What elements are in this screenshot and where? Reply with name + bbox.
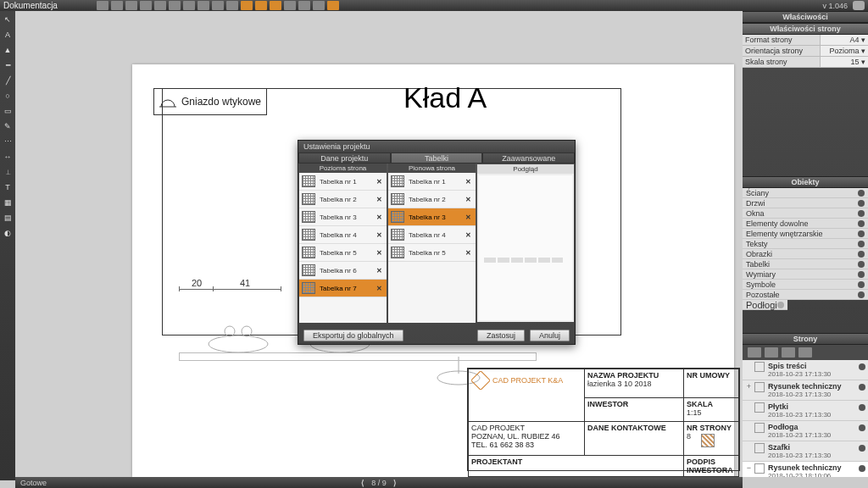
visibility-icon[interactable] (858, 210, 865, 217)
visibility-icon[interactable] (858, 291, 865, 298)
table-row[interactable]: Tabelka nr 1✕ (299, 173, 387, 191)
toolbar-icon[interactable] (255, 1, 267, 10)
cancel-button[interactable]: Anuluj (530, 330, 570, 341)
visibility-icon[interactable] (858, 220, 865, 227)
object-row[interactable]: Okna (743, 208, 868, 219)
object-row[interactable]: Symbole (743, 280, 868, 290)
toolbar-icon[interactable] (140, 1, 152, 10)
remove-icon[interactable]: ✕ (375, 231, 384, 239)
object-row[interactable]: Elementy dowolne (743, 219, 868, 229)
page-row[interactable]: +Rysunek techniczny2018-10-23 17:13:30 (743, 380, 868, 401)
toolbar-icon[interactable] (241, 1, 253, 10)
visibility-icon[interactable] (858, 251, 865, 258)
tab-tabelki[interactable]: Tabelki (391, 152, 483, 164)
toolbar-icon[interactable] (125, 1, 137, 10)
page-row[interactable]: Szafki2018-10-23 17:13:30 (743, 441, 868, 462)
pages-tool-icon[interactable] (748, 347, 761, 358)
visibility-icon[interactable] (858, 200, 865, 207)
table-row[interactable]: Tabelka nr 1✕ (388, 173, 476, 191)
visibility-icon[interactable] (858, 281, 865, 288)
remove-icon[interactable]: ✕ (375, 196, 384, 203)
toolbar-icon[interactable] (327, 1, 339, 10)
visibility-icon[interactable] (859, 404, 865, 411)
remove-icon[interactable]: ✕ (464, 196, 473, 203)
toolbar-icon[interactable] (97, 1, 108, 10)
tool-icon[interactable]: ⟂ (3, 167, 13, 177)
visibility-icon[interactable] (858, 190, 865, 197)
toolbar-icon[interactable] (298, 1, 310, 10)
tool-icon[interactable]: ━ (3, 60, 13, 70)
visibility-icon[interactable] (859, 384, 865, 391)
remove-icon[interactable]: ✕ (375, 214, 384, 221)
next-page-icon[interactable]: ⟩ (393, 479, 397, 487)
tool-dim-icon[interactable]: ↔ (3, 152, 13, 162)
object-row[interactable]: Ściany (743, 188, 868, 198)
tool-icon[interactable]: ⋯ (3, 136, 13, 147)
visibility-icon[interactable] (859, 363, 865, 370)
pages-tool-icon[interactable] (798, 347, 812, 358)
toolbar-icon[interactable] (154, 1, 166, 10)
tab-zaawansowane[interactable]: Zaawansowane (482, 152, 575, 164)
remove-icon[interactable]: ✕ (464, 214, 473, 221)
object-row[interactable]: Podłogi (743, 300, 787, 310)
tool-text-icon[interactable]: T (3, 182, 13, 192)
object-row[interactable]: Obrazki (743, 249, 868, 259)
table-row[interactable]: Tabelka nr 4✕ (299, 226, 387, 244)
toolbar-icon[interactable] (284, 1, 296, 10)
export-button[interactable]: Eksportuj do globalnych (303, 330, 403, 341)
remove-icon[interactable]: ✕ (375, 267, 384, 274)
toolbar-icon[interactable] (183, 1, 195, 10)
object-row[interactable]: Pozostałe (743, 290, 868, 300)
table-row[interactable]: Tabelka nr 2✕ (299, 191, 387, 208)
object-row[interactable]: Teksty (743, 239, 868, 249)
toolbar-icon[interactable] (111, 1, 123, 10)
table-row[interactable]: Tabelka nr 3✕ (299, 208, 387, 226)
tool-line-icon[interactable]: ╱ (3, 75, 13, 86)
tables-list-right[interactable]: Tabelka nr 1✕Tabelka nr 2✕Tabelka nr 3✕T… (388, 173, 476, 323)
property-row[interactable]: Orientacja stronyPozioma ▾ (743, 46, 868, 57)
table-row[interactable]: Tabelka nr 7✕ (299, 280, 387, 297)
visibility-icon[interactable] (859, 465, 865, 472)
remove-icon[interactable]: ✕ (464, 178, 473, 186)
tool-line-icon[interactable]: ▲ (3, 45, 13, 55)
object-row[interactable]: Elementy wnętrzarskie (743, 229, 868, 239)
remove-icon[interactable]: ✕ (464, 249, 473, 257)
tool-grid-icon[interactable]: ▤ (3, 213, 13, 223)
table-row[interactable]: Tabelka nr 2✕ (388, 191, 476, 208)
property-row[interactable]: Skala strony15 ▾ (743, 57, 868, 68)
close-icon[interactable] (853, 1, 865, 10)
page-row[interactable]: Spis treści2018-10-23 17:13:30 (743, 360, 868, 380)
pages-list[interactable]: Spis treści2018-10-23 17:13:30+Rysunek t… (743, 360, 868, 477)
table-edit-icon[interactable] (701, 434, 715, 447)
remove-icon[interactable]: ✕ (375, 249, 384, 257)
tool-circle-icon[interactable]: ○ (3, 91, 13, 101)
visibility-icon[interactable] (858, 261, 865, 268)
toolbar-icon[interactable] (212, 1, 224, 10)
tool-icon[interactable]: ◐ (3, 228, 13, 238)
tool-rect-icon[interactable]: ▭ (3, 106, 13, 116)
remove-icon[interactable]: ✕ (375, 178, 384, 186)
page-row[interactable]: −Rysunek techniczny2018-10-23 18:10:06 (743, 462, 868, 477)
page-row[interactable]: Podłoga2018-10-23 17:13:30 (743, 421, 868, 441)
remove-icon[interactable]: ✕ (375, 285, 384, 292)
tool-a-icon[interactable]: A (3, 30, 13, 40)
toolbar-icon[interactable] (169, 1, 181, 10)
tab-dane-projektu[interactable]: Dane projektu (298, 152, 391, 164)
prev-page-icon[interactable]: ⟨ (361, 479, 364, 487)
tool-arrow-icon[interactable]: ↖ (3, 14, 13, 25)
page-row[interactable]: Płytki2018-10-23 17:13:30 (743, 401, 868, 421)
apply-button[interactable]: Zastosuj (477, 330, 525, 341)
tool-pencil-icon[interactable]: ✎ (3, 121, 13, 131)
object-row[interactable]: Tabelki (743, 259, 868, 269)
visibility-icon[interactable] (858, 241, 865, 247)
visibility-icon[interactable] (859, 445, 865, 452)
object-row[interactable]: Wymiary (743, 269, 868, 280)
visibility-icon[interactable] (858, 230, 865, 237)
visibility-icon[interactable] (777, 302, 784, 308)
pages-tool-icon[interactable] (782, 347, 795, 358)
tool-image-icon[interactable]: ▦ (3, 197, 13, 208)
table-row[interactable]: Tabelka nr 3✕ (388, 208, 476, 226)
property-row[interactable]: Format stronyA4 ▾ (743, 35, 868, 46)
toolbar-icon[interactable] (198, 1, 209, 10)
toolbar-icon[interactable] (270, 1, 281, 10)
